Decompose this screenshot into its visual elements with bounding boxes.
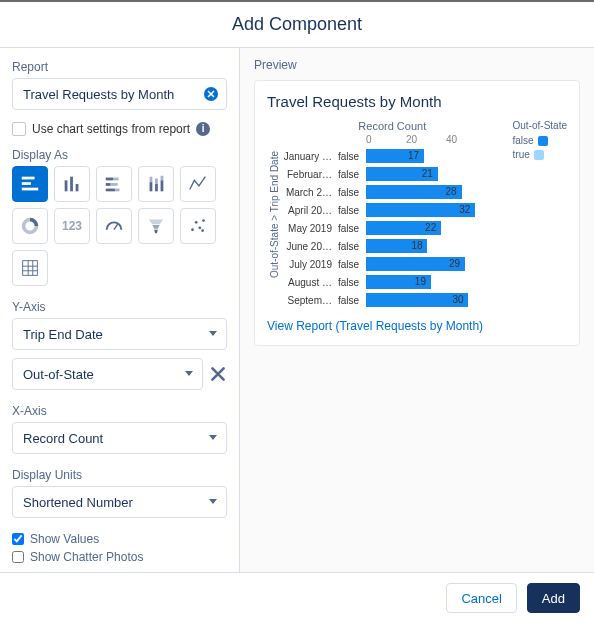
chart-type-stacked-vbar[interactable] <box>138 166 174 202</box>
chart-type-metric[interactable]: 123 <box>54 208 90 244</box>
y-axis-2-select[interactable]: Out-of-State <box>12 358 203 390</box>
bar-category: June 20… <box>282 241 336 252</box>
chart-type-vbar[interactable] <box>54 166 90 202</box>
bar-value: 19 <box>415 275 426 289</box>
chart-type-funnel[interactable] <box>138 208 174 244</box>
svg-rect-8 <box>113 178 119 181</box>
bar-row: May 2019false22 <box>282 219 503 237</box>
display-units-label: Display Units <box>12 468 227 482</box>
bar-subcategory: false <box>336 295 366 306</box>
view-report-link[interactable]: View Report (Travel Requests by Month) <box>267 319 483 333</box>
bar-category: Februar… <box>282 169 336 180</box>
bar-category: April 20… <box>282 205 336 216</box>
bar-subcategory: false <box>336 205 366 216</box>
bar-category: May 2019 <box>282 223 336 234</box>
add-button[interactable]: Add <box>527 583 580 613</box>
use-chart-settings-checkbox[interactable] <box>12 122 26 136</box>
bar-value: 28 <box>446 185 457 199</box>
show-chatter-checkbox[interactable] <box>12 551 24 563</box>
chart-type-scatter[interactable] <box>180 208 216 244</box>
modal-title: Add Component <box>0 14 594 35</box>
svg-rect-13 <box>150 182 153 191</box>
show-chatter-row[interactable]: Show Chatter Photos <box>12 550 227 564</box>
bar-value: 17 <box>408 149 419 163</box>
bar-category: March 2… <box>282 187 336 198</box>
clear-icon[interactable] <box>203 86 219 102</box>
bar-value: 18 <box>411 239 422 253</box>
info-icon[interactable]: i <box>196 122 210 136</box>
svg-point-23 <box>191 228 194 231</box>
bar-value: 29 <box>449 257 460 271</box>
chart-type-donut[interactable] <box>12 208 48 244</box>
svg-rect-10 <box>110 183 117 186</box>
x-axis-title: Record Count <box>282 120 503 132</box>
bar-row: January …false17 <box>282 147 503 165</box>
preview-panel: Preview Travel Requests by Month Out-of-… <box>240 48 594 572</box>
bar-track: 21 <box>366 167 503 181</box>
svg-rect-9 <box>106 183 111 186</box>
bar-subcategory: false <box>336 259 366 270</box>
show-chatter-label: Show Chatter Photos <box>30 550 143 564</box>
chart-type-line[interactable] <box>180 166 216 202</box>
svg-rect-4 <box>65 180 68 191</box>
preview-label: Preview <box>254 58 580 72</box>
bar-subcategory: false <box>336 277 366 288</box>
bar-row: Septem…false30 <box>282 291 503 309</box>
bar-category: August … <box>282 277 336 288</box>
display-units-select[interactable]: Shortened Number <box>12 486 227 518</box>
bar-value: 22 <box>425 221 436 235</box>
svg-rect-15 <box>155 184 158 191</box>
svg-line-19 <box>114 224 118 230</box>
svg-point-24 <box>195 221 198 224</box>
show-values-label: Show Values <box>30 532 99 546</box>
modal-footer: Cancel Add <box>0 572 594 623</box>
svg-rect-6 <box>76 184 79 191</box>
y-axis-title: Out-of-State > Trip End Date <box>267 120 282 309</box>
bar-value: 30 <box>452 293 463 307</box>
bar-category: July 2019 <box>282 259 336 270</box>
svg-rect-14 <box>150 177 153 183</box>
svg-marker-21 <box>152 225 159 229</box>
bar-track: 18 <box>366 239 503 253</box>
report-lookup[interactable] <box>12 78 227 110</box>
bar-row: June 20…false18 <box>282 237 503 255</box>
chart-type-gauge[interactable] <box>96 208 132 244</box>
svg-rect-5 <box>70 177 73 192</box>
bar-track: 17 <box>366 149 503 163</box>
use-chart-settings-label: Use chart settings from report <box>32 122 190 136</box>
x-axis-label: X-Axis <box>12 404 227 418</box>
chart-type-table[interactable] <box>12 250 48 286</box>
bar-subcategory: false <box>336 223 366 234</box>
bar-category: Septem… <box>282 295 336 306</box>
y-axis-1-select[interactable]: Trip End Date <box>12 318 227 350</box>
x-ticks: 0 20 40 <box>366 134 503 145</box>
chart-bars: January …false17Februar…false21March 2…f… <box>282 147 503 309</box>
svg-rect-1 <box>22 177 35 180</box>
show-values-checkbox[interactable] <box>12 533 24 545</box>
bar-category: January … <box>282 151 336 162</box>
chart-title: Travel Requests by Month <box>267 93 567 110</box>
show-values-row[interactable]: Show Values <box>12 532 227 546</box>
bar-value: 21 <box>422 167 433 181</box>
bar-subcategory: false <box>336 169 366 180</box>
svg-rect-3 <box>22 188 39 191</box>
svg-point-27 <box>201 229 204 232</box>
config-panel: Report Use chart settings from report i … <box>0 48 240 572</box>
remove-y2-icon[interactable] <box>209 365 227 383</box>
x-axis-select[interactable]: Record Count <box>12 422 227 454</box>
bar-track: 19 <box>366 275 503 289</box>
svg-marker-22 <box>154 230 158 234</box>
svg-rect-2 <box>22 182 31 185</box>
chart-type-hbar[interactable] <box>12 166 48 202</box>
chart-type-stacked-hbar[interactable] <box>96 166 132 202</box>
legend-item-false: false <box>513 135 567 146</box>
legend-title: Out-of-State <box>513 120 567 131</box>
display-as-label: Display As <box>12 148 227 162</box>
svg-rect-7 <box>106 178 113 181</box>
bar-track: 29 <box>366 257 503 271</box>
svg-rect-17 <box>161 180 164 191</box>
bar-subcategory: false <box>336 241 366 252</box>
cancel-button[interactable]: Cancel <box>446 583 516 613</box>
bar-track: 22 <box>366 221 503 235</box>
bar-row: April 20…false32 <box>282 201 503 219</box>
